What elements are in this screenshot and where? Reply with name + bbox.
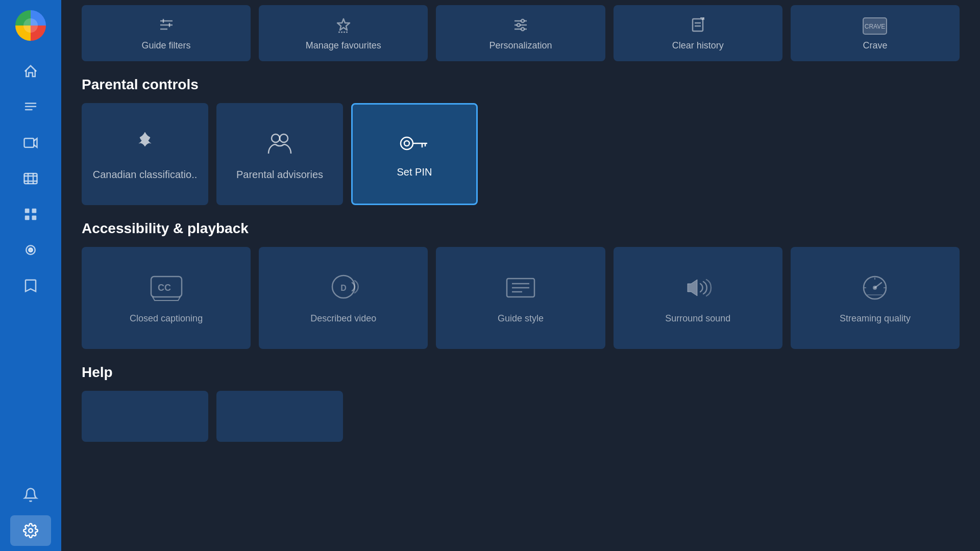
svg-rect-3 bbox=[25, 109, 33, 111]
google-assistant-logo bbox=[15, 10, 46, 41]
sidebar-item-bookmarks[interactable] bbox=[10, 270, 51, 301]
guide-filters-icon bbox=[156, 15, 177, 35]
streaming-quality-label: Streaming quality bbox=[840, 313, 911, 324]
svg-rect-9 bbox=[32, 216, 37, 220]
svg-point-49 bbox=[873, 286, 877, 290]
svg-point-21 bbox=[521, 19, 524, 22]
help-title: Help bbox=[82, 364, 960, 381]
help-card-1[interactable] bbox=[82, 391, 208, 442]
set-pin-label: Set PIN bbox=[397, 166, 432, 178]
clear-history-card[interactable]: Clear history bbox=[614, 5, 782, 61]
described-video-icon: D bbox=[326, 272, 361, 303]
canadian-classification-card[interactable]: Canadian classificatio.. bbox=[82, 103, 208, 205]
sidebar-item-video[interactable] bbox=[10, 128, 51, 158]
accessibility-title: Accessibility & playback bbox=[82, 220, 960, 237]
help-row bbox=[82, 391, 960, 442]
svg-rect-5 bbox=[24, 173, 37, 184]
sidebar-item-movies[interactable] bbox=[10, 163, 51, 194]
clear-history-label: Clear history bbox=[672, 40, 724, 51]
main-content: Guide filters Manage favourites bbox=[61, 0, 980, 551]
parental-controls-title: Parental controls bbox=[82, 77, 960, 93]
svg-point-23 bbox=[521, 28, 524, 31]
svg-point-0 bbox=[23, 18, 38, 33]
svg-rect-6 bbox=[25, 209, 30, 213]
svg-rect-8 bbox=[25, 216, 30, 220]
help-card-2[interactable] bbox=[216, 391, 343, 442]
manage-favourites-label: Manage favourites bbox=[306, 40, 381, 51]
personalization-label: Personalization bbox=[489, 40, 552, 51]
closed-captioning-card[interactable]: CC Closed captioning bbox=[82, 247, 251, 349]
described-video-label: Described video bbox=[310, 313, 376, 324]
guide-style-card[interactable]: Guide style bbox=[436, 247, 605, 349]
surround-sound-icon bbox=[680, 272, 716, 303]
sidebar-item-settings[interactable] bbox=[10, 515, 51, 546]
svg-rect-2 bbox=[25, 106, 37, 108]
sidebar-item-guide[interactable] bbox=[10, 92, 51, 122]
svg-point-30 bbox=[280, 134, 288, 142]
crave-icon: CRAVE bbox=[862, 17, 888, 35]
parental-advisories-card[interactable]: Parental advisories bbox=[216, 103, 343, 205]
streaming-quality-card[interactable]: Streaming quality bbox=[791, 247, 960, 349]
described-video-card[interactable]: D Described video bbox=[259, 247, 428, 349]
svg-point-22 bbox=[517, 23, 520, 27]
guide-filters-card[interactable]: Guide filters bbox=[82, 5, 251, 61]
guide-filters-label: Guide filters bbox=[142, 40, 191, 51]
accessibility-row: CC Closed captioning D Described video bbox=[82, 247, 960, 349]
surround-sound-card[interactable]: Surround sound bbox=[614, 247, 782, 349]
parental-advisories-icon bbox=[264, 128, 295, 159]
guide-style-icon bbox=[503, 272, 538, 303]
closed-captioning-label: Closed captioning bbox=[130, 313, 203, 324]
svg-text:CRAVE: CRAVE bbox=[865, 23, 885, 30]
svg-text:CC: CC bbox=[158, 283, 171, 293]
closed-captioning-icon: CC bbox=[149, 272, 184, 303]
parental-advisories-label: Parental advisories bbox=[236, 169, 323, 181]
svg-text:D: D bbox=[340, 284, 347, 292]
set-pin-card[interactable]: Set PIN bbox=[351, 103, 478, 205]
svg-rect-7 bbox=[32, 209, 37, 213]
sidebar-item-grid[interactable] bbox=[10, 199, 51, 230]
sidebar-item-record[interactable] bbox=[10, 235, 51, 265]
manage-favourites-icon bbox=[333, 15, 354, 35]
svg-point-11 bbox=[29, 248, 33, 252]
svg-point-12 bbox=[29, 529, 33, 533]
sidebar bbox=[0, 0, 61, 551]
manage-favourites-card[interactable]: Manage favourites bbox=[259, 5, 428, 61]
svg-rect-1 bbox=[25, 103, 37, 104]
personalization-icon bbox=[510, 15, 531, 35]
crave-card[interactable]: CRAVE Crave bbox=[791, 5, 960, 61]
sidebar-item-home[interactable] bbox=[10, 56, 51, 87]
top-row: Guide filters Manage favourites bbox=[82, 0, 960, 61]
parental-controls-row: Canadian classificatio.. Parental adviso… bbox=[82, 103, 960, 205]
canadian-classification-icon bbox=[130, 128, 160, 159]
streaming-quality-icon bbox=[857, 272, 893, 303]
clear-history-icon bbox=[688, 15, 708, 35]
sidebar-item-notifications[interactable] bbox=[10, 480, 51, 510]
crave-label: Crave bbox=[863, 40, 887, 51]
personalization-card[interactable]: Personalization bbox=[436, 5, 605, 61]
guide-style-label: Guide style bbox=[498, 313, 544, 324]
set-pin-icon bbox=[397, 131, 432, 156]
svg-point-31 bbox=[401, 137, 413, 149]
svg-point-29 bbox=[272, 134, 280, 142]
svg-rect-4 bbox=[24, 138, 34, 147]
svg-point-32 bbox=[404, 141, 409, 146]
canadian-classification-label: Canadian classificatio.. bbox=[93, 169, 198, 181]
surround-sound-label: Surround sound bbox=[665, 313, 730, 324]
svg-rect-24 bbox=[693, 19, 703, 31]
